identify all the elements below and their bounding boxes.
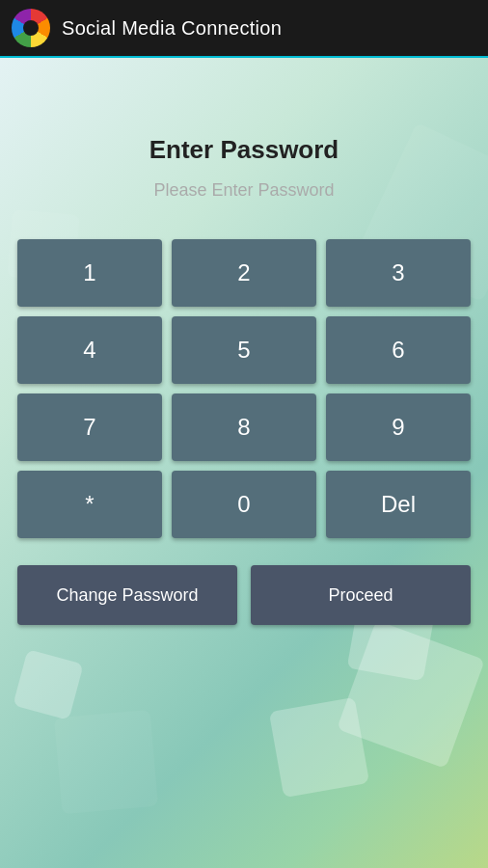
key-7-button[interactable]: 7 [17,393,162,461]
keypad: 123456789*0Del [17,239,471,538]
key-5-button[interactable]: 5 [172,316,316,384]
key-2-button[interactable]: 2 [172,239,316,307]
app-title: Social Media Connection [62,17,282,40]
key-1-button[interactable]: 1 [17,239,162,307]
app-logo [12,9,50,47]
key-8-button[interactable]: 8 [172,393,316,461]
page-title: Enter Password [149,135,339,165]
key-4-button[interactable]: 4 [17,316,162,384]
change-password-button[interactable]: Change Password [17,565,237,625]
proceed-button[interactable]: Proceed [251,565,471,625]
main-content: Enter Password Please Enter Password 123… [0,58,488,625]
key-del-button[interactable]: Del [326,471,471,538]
password-hint: Please Enter Password [153,180,334,201]
action-buttons: Change Password Proceed [17,565,471,625]
key-*-button[interactable]: * [17,471,162,538]
key-9-button[interactable]: 9 [326,393,471,461]
key-3-button[interactable]: 3 [326,239,471,307]
navbar: Social Media Connection [0,0,488,58]
key-6-button[interactable]: 6 [326,316,471,384]
key-0-button[interactable]: 0 [172,471,316,538]
